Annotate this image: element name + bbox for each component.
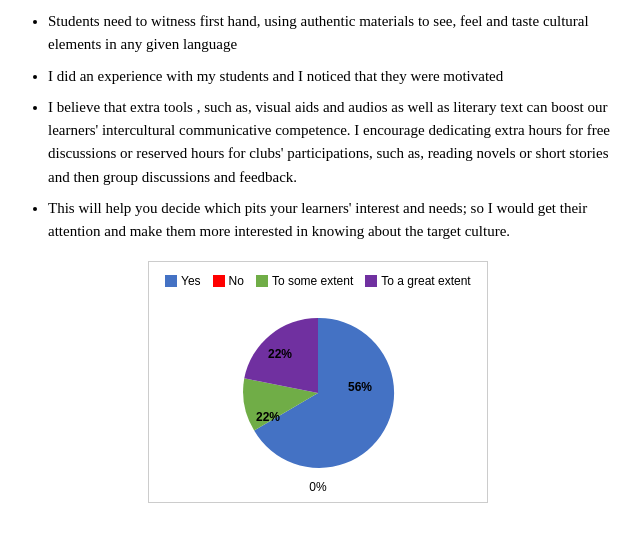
legend-color-great	[365, 275, 377, 287]
list-item: I believe that extra tools , such as, vi…	[48, 96, 616, 189]
pie-chart-area: 56% 22% 22%	[165, 298, 471, 478]
list-item-text: This will help you decide which pits you…	[48, 200, 587, 239]
legend-label-no: No	[229, 274, 244, 288]
chart-box: Yes No To some extent To a great extent	[148, 261, 488, 503]
bullet-list: Students need to witness first hand, usi…	[20, 10, 616, 243]
legend-color-no	[213, 275, 225, 287]
pie-chart-svg: 56% 22% 22%	[218, 303, 418, 478]
list-item-text: I did an experience with my students and…	[48, 68, 503, 84]
label-some: 22%	[256, 410, 280, 424]
legend-label-yes: Yes	[181, 274, 201, 288]
legend-item-yes: Yes	[165, 274, 201, 288]
legend-item-some: To some extent	[256, 274, 353, 288]
legend-item-no: No	[213, 274, 244, 288]
legend-label-some: To some extent	[272, 274, 353, 288]
list-item-text: Students need to witness first hand, usi…	[48, 13, 589, 52]
label-great: 22%	[268, 347, 292, 361]
list-item-text: I believe that extra tools , such as, vi…	[48, 99, 610, 185]
legend-label-great: To a great extent	[381, 274, 470, 288]
list-item: I did an experience with my students and…	[48, 65, 616, 88]
legend-color-yes	[165, 275, 177, 287]
legend-item-great: To a great extent	[365, 274, 470, 288]
chart-container: Yes No To some extent To a great extent	[20, 261, 616, 503]
list-item: Students need to witness first hand, usi…	[48, 10, 616, 57]
label-yes: 56%	[348, 380, 372, 394]
list-item: This will help you decide which pits you…	[48, 197, 616, 244]
x-axis-label: 0%	[165, 480, 471, 494]
chart-legend: Yes No To some extent To a great extent	[165, 274, 471, 288]
legend-color-some	[256, 275, 268, 287]
